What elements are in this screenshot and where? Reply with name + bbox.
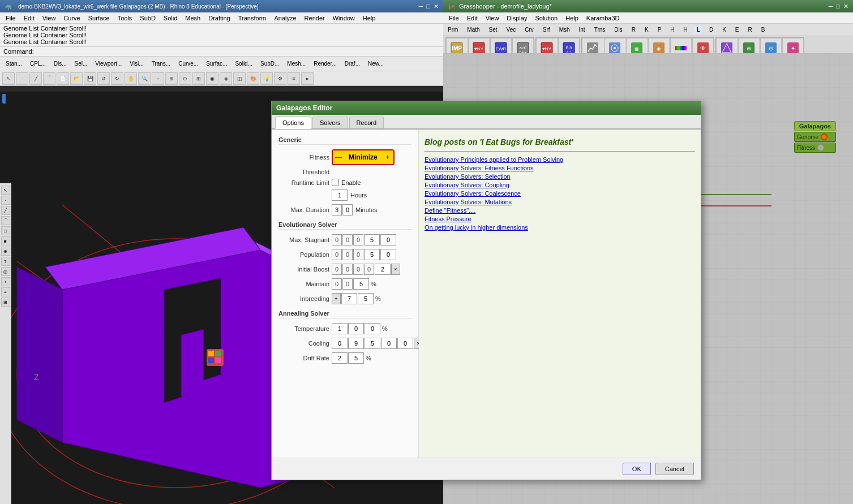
snap-btn[interactable]: ⊕ xyxy=(165,72,178,85)
gh-menu-solution[interactable]: Solution xyxy=(531,14,561,23)
param-l[interactable]: L xyxy=(695,26,702,33)
render-preview-btn[interactable]: ◉ xyxy=(206,72,218,85)
param-b[interactable]: B xyxy=(759,26,768,33)
menu-mesh[interactable]: Mesh xyxy=(182,14,204,23)
cool-val2[interactable]: 9 xyxy=(348,338,364,349)
param-h2[interactable]: H xyxy=(681,26,690,33)
param-vec[interactable]: Vec xyxy=(504,26,518,33)
galapagos-node-label[interactable]: Galapagos xyxy=(794,121,836,131)
cool-val5[interactable]: 0 xyxy=(397,338,413,349)
param-srf[interactable]: Srf xyxy=(541,26,552,33)
cancel-button[interactable]: Cancel xyxy=(655,463,694,475)
menu-analyze[interactable]: Analyze xyxy=(271,14,299,23)
stagnant-val1[interactable]: 5 xyxy=(364,234,380,245)
color-wheel-btn[interactable]: 🎨 xyxy=(247,72,259,85)
line-tool-btn[interactable]: ╱ xyxy=(29,72,42,85)
tb-new[interactable]: New... xyxy=(365,59,387,68)
blog-link-0[interactable]: Evolutionary Principles applied to Probl… xyxy=(425,156,695,163)
param-dis[interactable]: Dis xyxy=(612,26,624,33)
menu-surface[interactable]: Surface xyxy=(85,14,113,23)
blog-link-2[interactable]: Evolutionary Solvers: Selection xyxy=(425,173,695,180)
left-line-btn[interactable]: ╱ xyxy=(1,206,10,215)
tab-options[interactable]: Options xyxy=(275,117,311,129)
maintain-val[interactable]: 5 xyxy=(353,278,369,290)
fitness-minus-btn[interactable]: — xyxy=(333,150,344,164)
cool-val3[interactable]: 5 xyxy=(365,338,380,349)
left-extra2-btn[interactable]: ≡ xyxy=(1,287,10,296)
extra-btn[interactable]: ▸ xyxy=(301,72,314,85)
layer-btn[interactable]: ≡ xyxy=(288,72,300,85)
open-btn[interactable]: 📂 xyxy=(70,72,83,85)
left-render-btn[interactable]: ◎ xyxy=(1,267,10,276)
blog-link-3[interactable]: Evolutionary Solvers: Coupling xyxy=(425,182,695,188)
inbreeding-val1[interactable]: 7 xyxy=(341,293,357,304)
blog-link-4[interactable]: Evolutionary Solvers: Coalescence xyxy=(425,190,695,197)
point-tool-btn[interactable]: · xyxy=(16,72,28,85)
lights-btn[interactable]: 💡 xyxy=(260,72,273,85)
tb-sel[interactable]: Sel... xyxy=(71,59,91,68)
blog-link-1[interactable]: Evolutionary Solvers: Fitness Functions xyxy=(425,165,695,171)
left-select-btn[interactable]: ↖ xyxy=(1,186,10,195)
rhino-command-bar[interactable]: Command: xyxy=(0,47,443,57)
menu-transform[interactable]: Transform xyxy=(235,14,270,23)
menu-edit[interactable]: Edit xyxy=(20,14,38,23)
tb-dis[interactable]: Dis... xyxy=(50,59,70,68)
left-solid-btn[interactable]: ■ xyxy=(1,236,10,245)
menu-window[interactable]: Window xyxy=(329,14,358,23)
new-doc-btn[interactable]: 📄 xyxy=(57,72,69,85)
param-e[interactable]: E xyxy=(733,26,741,33)
param-math[interactable]: Math xyxy=(465,26,482,33)
blog-link-6[interactable]: Define "Fitness".... xyxy=(425,207,695,214)
hours-value[interactable]: 1 xyxy=(332,189,348,201)
maximize-window-btn[interactable]: □ xyxy=(426,3,430,10)
tb-standard[interactable]: Stan... xyxy=(2,59,25,68)
temp-val1[interactable]: 1 xyxy=(332,323,348,334)
fitness-connector-icon[interactable] xyxy=(817,144,824,151)
tb-solid[interactable]: Solid... xyxy=(232,59,256,68)
osnap-btn[interactable]: ⊙ xyxy=(179,72,191,85)
tb-render[interactable]: Render... xyxy=(310,59,340,68)
menu-drafting[interactable]: Drafting xyxy=(205,14,234,23)
gh-menu-view[interactable]: View xyxy=(482,14,503,23)
param-k2[interactable]: K xyxy=(720,26,728,33)
menu-file[interactable]: File xyxy=(2,14,19,23)
menu-curve[interactable]: Curve xyxy=(60,14,83,23)
param-h1[interactable]: H xyxy=(668,26,676,33)
menu-subd[interactable]: SubD xyxy=(136,14,159,23)
runtime-enable-checkbox[interactable] xyxy=(332,179,339,186)
param-r2[interactable]: R xyxy=(745,26,754,33)
blog-link-5[interactable]: Evolutionary Solvers: Mutations xyxy=(425,199,695,205)
drift-val1[interactable]: 2 xyxy=(332,352,348,364)
param-r[interactable]: R xyxy=(629,26,638,33)
cool-val1[interactable]: 0 xyxy=(332,338,348,349)
param-trns[interactable]: Trns xyxy=(592,26,608,33)
left-curve-btn[interactable]: ⌒ xyxy=(1,216,10,225)
close-window-btn[interactable]: ✕ xyxy=(434,3,439,10)
tb-viewport[interactable]: Viewport... xyxy=(92,59,125,68)
fitness-plus-btn[interactable]: + xyxy=(382,150,393,164)
tb-surface[interactable]: Surfac... xyxy=(203,59,230,68)
blog-link-7[interactable]: Fitness Pressure xyxy=(425,216,695,222)
pan-btn[interactable]: ✋ xyxy=(125,72,137,85)
temp-val3[interactable]: 0 xyxy=(365,323,380,334)
gh-close-btn[interactable]: ✕ xyxy=(843,3,848,10)
menu-tools[interactable]: Tools xyxy=(114,14,136,23)
param-crv[interactable]: Crv xyxy=(522,26,536,33)
pop-val1[interactable]: 5 xyxy=(364,249,380,260)
galapagos-genome-port[interactable]: Genome xyxy=(794,132,836,142)
menu-solid[interactable]: Solid xyxy=(160,14,181,23)
gh-menu-edit[interactable]: Edit xyxy=(464,14,481,23)
param-d[interactable]: D xyxy=(707,26,715,33)
left-surface-btn[interactable]: □ xyxy=(1,226,10,235)
tab-record[interactable]: Record xyxy=(349,117,384,128)
tb-subd[interactable]: SubD... xyxy=(257,59,282,68)
menu-view[interactable]: View xyxy=(39,14,59,23)
temp-val2[interactable]: 0 xyxy=(348,323,364,334)
ok-button[interactable]: OK xyxy=(623,463,651,475)
menu-render[interactable]: Render xyxy=(301,14,328,23)
gh-menu-help[interactable]: Help xyxy=(562,14,582,23)
grid-btn[interactable]: ⊞ xyxy=(192,72,205,85)
param-int[interactable]: Int xyxy=(577,26,588,33)
gh-menu-karamba[interactable]: Karamba3D xyxy=(583,14,623,23)
tb-mesh[interactable]: Mesh... xyxy=(284,59,309,68)
